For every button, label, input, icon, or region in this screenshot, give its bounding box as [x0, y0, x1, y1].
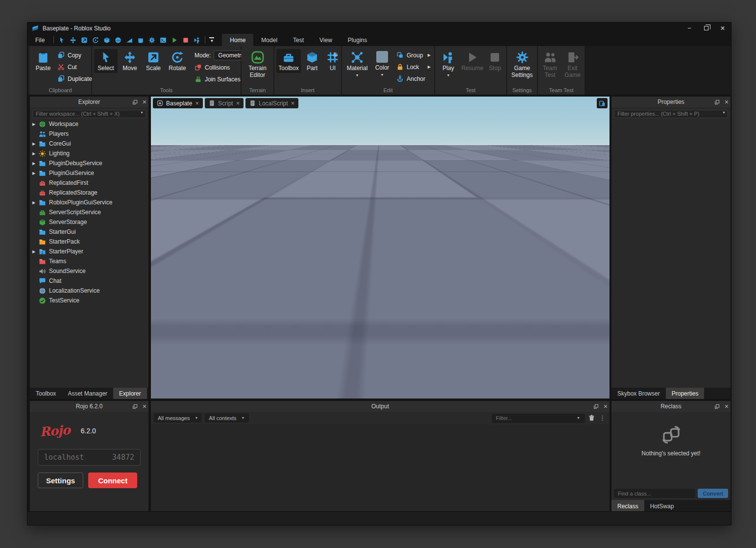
scale-tool-button[interactable]: [79, 35, 89, 45]
group-button[interactable]: Group▶: [395, 50, 432, 60]
chevron-down-icon[interactable]: ▼: [381, 73, 384, 77]
stop-button[interactable]: Stop: [485, 49, 505, 73]
tree-item[interactable]: ReplicatedStorage: [30, 188, 148, 198]
terrain-editor-button[interactable]: Terrain Editor: [244, 49, 272, 80]
expand-arrow-icon[interactable]: ▶: [32, 142, 39, 146]
chevron-right-icon[interactable]: ▶: [428, 65, 431, 69]
tree-item[interactable]: ▶ PluginGuiService: [30, 168, 148, 178]
explorer-filter-input[interactable]: [32, 110, 146, 118]
close-panel-icon[interactable]: ×: [725, 99, 729, 105]
cylinder-button[interactable]: [136, 35, 146, 45]
dock-tab[interactable]: Properties: [666, 388, 705, 399]
viewport-tab[interactable]: LocalScript ×: [245, 98, 298, 108]
tree-item[interactable]: ▶ RobloxPluginGuiService: [30, 198, 148, 207]
chevron-right-icon[interactable]: ▶: [428, 53, 431, 57]
close-tab-icon[interactable]: ×: [195, 100, 199, 106]
duplicate-button[interactable]: Duplicate: [56, 74, 94, 84]
move-tool-button[interactable]: Move: [119, 49, 141, 73]
tree-item[interactable]: TestService: [30, 296, 148, 305]
team-test-button[interactable]: Team Test: [539, 49, 561, 80]
rojo-connect-button[interactable]: Connect: [88, 473, 137, 488]
context-filter-dropdown[interactable]: All contexts ▼: [205, 413, 248, 423]
tree-item[interactable]: Teams: [30, 256, 148, 266]
ribbon-tab[interactable]: Test: [285, 34, 312, 46]
expand-arrow-icon[interactable]: ▶: [32, 122, 39, 126]
close-panel-icon[interactable]: ×: [143, 403, 146, 410]
close-panel-icon[interactable]: ×: [604, 403, 608, 410]
spawn-plate[interactable]: [319, 224, 443, 292]
part-button[interactable]: [102, 35, 112, 45]
dock-tab[interactable]: Reclass: [611, 500, 644, 512]
find-class-input[interactable]: [614, 489, 695, 498]
ribbon-tab[interactable]: Home: [222, 34, 253, 46]
command-bar-button[interactable]: [158, 35, 168, 45]
viewport-tab[interactable]: Baseplate ×: [153, 98, 203, 108]
exit-game-button[interactable]: Exit Game: [562, 49, 584, 80]
file-menu[interactable]: File: [27, 37, 51, 44]
sphere-button[interactable]: [113, 35, 123, 45]
convert-button[interactable]: Convert: [698, 489, 728, 498]
tree-item[interactable]: ReplicatedFirst: [30, 178, 148, 188]
expand-arrow-icon[interactable]: ▶: [32, 200, 39, 205]
properties-filter-input[interactable]: [614, 110, 728, 118]
rotate-tool-button[interactable]: Rotate: [166, 49, 189, 73]
rotate-tool-button[interactable]: [91, 35, 100, 45]
settings-button[interactable]: [147, 35, 157, 45]
dock-tab[interactable]: Explorer: [113, 388, 147, 399]
restore-button[interactable]: [698, 23, 714, 34]
ribbon-tab[interactable]: View: [312, 34, 340, 46]
message-filter-dropdown[interactable]: All messages ▼: [154, 413, 202, 423]
paste-button[interactable]: Paste: [31, 49, 55, 73]
tree-item[interactable]: ▶ Workspace: [30, 119, 148, 129]
float-panel-icon[interactable]: [593, 404, 599, 409]
rojo-address-input[interactable]: localhost 34872: [38, 449, 141, 466]
stop-button[interactable]: [181, 35, 191, 45]
tree-item[interactable]: ▶ StarterPlayer: [30, 247, 148, 256]
tree-item[interactable]: ServerStorage: [30, 217, 148, 227]
float-panel-icon[interactable]: [714, 404, 720, 409]
select-tool-button[interactable]: Select: [94, 49, 118, 73]
close-button[interactable]: ×: [714, 23, 731, 34]
dock-tab[interactable]: Toolbox: [30, 388, 62, 399]
ribbon-tab[interactable]: Model: [253, 34, 285, 46]
dock-tab[interactable]: HotSwap: [644, 500, 680, 512]
scale-tool-button[interactable]: Scale: [142, 49, 165, 73]
rojo-settings-button[interactable]: Settings: [38, 473, 83, 488]
play-button[interactable]: [170, 35, 179, 45]
dock-tab[interactable]: Skybox Browser: [611, 388, 666, 399]
expand-arrow-icon[interactable]: ▶: [32, 161, 39, 166]
tree-item[interactable]: ▶ Lighting: [30, 149, 148, 158]
move-tool-button[interactable]: [68, 35, 78, 45]
output-menu-icon[interactable]: ⋮: [598, 414, 607, 422]
close-panel-icon[interactable]: ×: [143, 99, 146, 105]
chevron-down-icon[interactable]: ▼: [447, 74, 450, 77]
tree-item[interactable]: ▶ PluginDebugService: [30, 158, 148, 168]
ui-button[interactable]: UI: [323, 49, 342, 73]
float-panel-icon[interactable]: [132, 100, 138, 105]
copy-button[interactable]: Copy: [56, 50, 94, 60]
tree-item[interactable]: ▶ CoreGui: [30, 139, 148, 149]
cut-button[interactable]: Cut: [56, 62, 94, 72]
lock-button[interactable]: Lock▶: [395, 62, 432, 72]
tree-item[interactable]: StarterGui: [30, 227, 148, 237]
float-panel-icon[interactable]: [132, 404, 138, 409]
clear-output-trash-icon[interactable]: [588, 414, 595, 422]
close-tab-icon[interactable]: ×: [291, 100, 295, 106]
customize-toolbar-chevron-icon[interactable]: ▼: [207, 37, 216, 43]
material-button[interactable]: Material ▼: [344, 49, 370, 78]
viewport-3d[interactable]: Baseplate × Script × LocalScript ×: [151, 97, 610, 399]
expand-arrow-icon[interactable]: ▶: [32, 249, 39, 254]
viewport-tab[interactable]: Script ×: [205, 98, 244, 108]
resume-button[interactable]: Resume: [461, 49, 484, 73]
tree-item[interactable]: Players: [30, 129, 148, 139]
tree-item[interactable]: StarterPack: [30, 237, 148, 247]
expand-arrow-icon[interactable]: ▶: [32, 151, 39, 156]
float-panel-icon[interactable]: [714, 100, 720, 105]
close-panel-icon[interactable]: ×: [725, 403, 729, 410]
game-settings-button[interactable]: Game Settings: [509, 49, 536, 80]
close-tab-icon[interactable]: ×: [236, 100, 240, 106]
ribbon-tab[interactable]: Plugins: [340, 34, 375, 46]
output-filter-input[interactable]: [492, 414, 585, 423]
play-button[interactable]: Play ▼: [437, 49, 460, 78]
tree-item[interactable]: SoundService: [30, 266, 148, 276]
